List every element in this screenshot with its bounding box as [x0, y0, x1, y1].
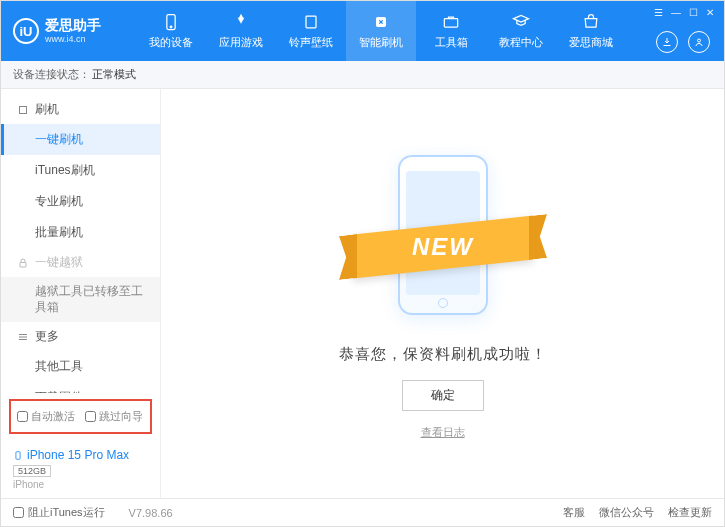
nav-label: 工具箱 [435, 35, 468, 50]
footer-link-wechat[interactable]: 微信公众号 [599, 505, 654, 520]
version-label: V7.98.66 [129, 507, 173, 519]
minimize-icon[interactable]: — [671, 7, 681, 18]
sidebar-item-pro-flash[interactable]: 专业刷机 [1, 186, 160, 217]
svg-rect-2 [306, 16, 316, 28]
status-label: 设备连接状态： [13, 67, 90, 82]
nav-toolbox[interactable]: 工具箱 [416, 1, 486, 61]
nav-label: 智能刷机 [359, 35, 403, 50]
sidebar-group-flash[interactable]: 刷机 [1, 95, 160, 124]
svg-point-5 [698, 39, 701, 42]
checkbox-auto-activate[interactable]: 自动激活 [17, 409, 75, 424]
sidebar-group-more[interactable]: 更多 [1, 322, 160, 351]
footer: 阻止iTunes运行 V7.98.66 客服 微信公众号 检查更新 [1, 498, 724, 526]
device-info: iPhone 15 Pro Max 512GB iPhone [1, 440, 160, 498]
nav-apps[interactable]: 应用游戏 [206, 1, 276, 61]
view-log-link[interactable]: 查看日志 [421, 425, 465, 440]
svg-point-1 [170, 26, 172, 28]
window-controls: ☰ — ☐ ✕ [654, 7, 714, 18]
sidebar-item-batch-flash[interactable]: 批量刷机 [1, 217, 160, 248]
banner-text: NEW [412, 233, 474, 261]
device-storage: 512GB [13, 465, 51, 477]
close-icon[interactable]: ✕ [706, 7, 714, 18]
sidebar-item-download-firmware[interactable]: 下载固件 [1, 382, 160, 393]
nav-label: 铃声壁纸 [289, 35, 333, 50]
logo: iU 爱思助手 www.i4.cn [1, 18, 136, 44]
logo-title: 爱思助手 [45, 18, 101, 33]
device-type: iPhone [13, 479, 148, 490]
svg-rect-4 [444, 19, 457, 27]
nav-tutorials[interactable]: 教程中心 [486, 1, 556, 61]
nav-label: 应用游戏 [219, 35, 263, 50]
sidebar-item-itunes-flash[interactable]: iTunes刷机 [1, 155, 160, 186]
checkbox-skip-guide[interactable]: 跳过向导 [85, 409, 143, 424]
sidebar-group-jailbreak: 一键越狱 [1, 248, 160, 277]
sidebar: 刷机 一键刷机 iTunes刷机 专业刷机 批量刷机 一键越狱 越狱工具已转移至… [1, 89, 161, 498]
maximize-icon[interactable]: ☐ [689, 7, 698, 18]
status-bar: 设备连接状态： 正常模式 [1, 61, 724, 89]
svg-rect-8 [16, 451, 20, 459]
logo-icon: iU [13, 18, 39, 44]
footer-link-update[interactable]: 检查更新 [668, 505, 712, 520]
sidebar-item-jail-note: 越狱工具已转移至工具箱 [1, 277, 160, 322]
checkbox-block-itunes[interactable]: 阻止iTunes运行 [13, 505, 105, 520]
status-value: 正常模式 [92, 67, 136, 82]
download-icon[interactable] [656, 31, 678, 53]
nav-ringtones[interactable]: 铃声壁纸 [276, 1, 346, 61]
settings-icon[interactable]: ☰ [654, 7, 663, 18]
nav-store[interactable]: 爱思商城 [556, 1, 626, 61]
ok-button[interactable]: 确定 [402, 380, 484, 411]
footer-link-support[interactable]: 客服 [563, 505, 585, 520]
checkbox-area: 自动激活 跳过向导 [9, 399, 152, 434]
nav-flash[interactable]: 智能刷机 [346, 1, 416, 61]
nav-my-device[interactable]: 我的设备 [136, 1, 206, 61]
main-content: NEW 恭喜您，保资料刷机成功啦！ 确定 查看日志 [161, 89, 724, 498]
logo-url: www.i4.cn [45, 34, 101, 44]
nav-label: 爱思商城 [569, 35, 613, 50]
header: iU 爱思助手 www.i4.cn 我的设备 应用游戏 铃声壁纸 智能刷机 [1, 1, 724, 61]
device-name[interactable]: iPhone 15 Pro Max [13, 448, 148, 462]
top-nav: 我的设备 应用游戏 铃声壁纸 智能刷机 工具箱 教程中心 [136, 1, 626, 61]
sidebar-item-onekey-flash[interactable]: 一键刷机 [1, 124, 160, 155]
svg-rect-6 [20, 106, 27, 113]
success-message: 恭喜您，保资料刷机成功啦！ [339, 345, 547, 364]
nav-label: 教程中心 [499, 35, 543, 50]
sidebar-item-other-tools[interactable]: 其他工具 [1, 351, 160, 382]
phone-illustration: NEW [343, 147, 543, 327]
svg-rect-7 [20, 262, 26, 267]
user-icon[interactable] [688, 31, 710, 53]
nav-label: 我的设备 [149, 35, 193, 50]
